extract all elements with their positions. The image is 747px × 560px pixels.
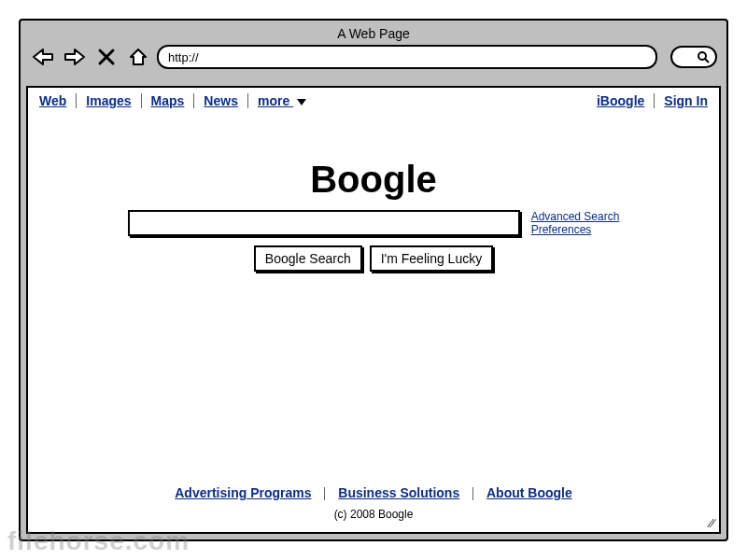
link-advertising[interactable]: Advertising Programs <box>175 485 311 500</box>
nav-maps[interactable]: Maps <box>149 93 187 108</box>
nav-signin[interactable]: Sign In <box>662 93 710 108</box>
browser-window: A Web Page http:// Web Images Maps <box>19 19 728 541</box>
search-pill[interactable] <box>670 46 717 68</box>
nav-sep <box>193 93 194 108</box>
url-input[interactable]: http:// <box>157 45 657 69</box>
browser-toolbar: http:// <box>21 45 726 77</box>
nav-left: Web Images Maps News more <box>37 93 308 108</box>
nav-sep <box>654 93 655 108</box>
copyright-text: (c) 2008 Boogle <box>28 508 719 521</box>
search-input[interactable] <box>128 210 520 236</box>
search-row: Advanced Search Preferences <box>28 210 719 236</box>
resize-grip-icon[interactable]: ⫽ <box>704 515 717 530</box>
nav-iboogle[interactable]: iBoogle <box>595 93 646 108</box>
home-icon[interactable] <box>125 46 151 68</box>
url-text: http:// <box>168 50 199 64</box>
link-about[interactable]: About Boogle <box>486 485 572 500</box>
forward-icon[interactable] <box>62 46 88 68</box>
magnifier-icon <box>697 50 710 63</box>
lucky-button[interactable]: I'm Feeling Lucky <box>370 245 494 272</box>
nav-sep <box>76 93 77 108</box>
footer-links: Advertising Programs Business Solutions … <box>28 485 719 500</box>
footer-sep <box>472 487 473 500</box>
chevron-down-icon <box>297 99 306 105</box>
nav-news[interactable]: News <box>202 93 240 108</box>
footer-sep <box>324 487 325 500</box>
window-title: A Web Page <box>21 21 726 45</box>
nav-sep <box>141 93 142 108</box>
top-nav: Web Images Maps News more iBoogle Sign I… <box>28 88 719 114</box>
stop-icon[interactable] <box>93 46 120 68</box>
button-row: Boogle Search I'm Feeling Lucky <box>28 245 719 272</box>
brand-logo: Boogle <box>28 159 719 201</box>
nav-web[interactable]: Web <box>37 93 68 108</box>
page-content: Web Images Maps News more iBoogle Sign I… <box>26 86 721 534</box>
nav-sep <box>247 93 248 108</box>
search-button[interactable]: Boogle Search <box>254 245 362 272</box>
main-area: Boogle Advanced Search Preferences Boogl… <box>28 114 719 272</box>
nav-right: iBoogle Sign In <box>595 93 710 108</box>
link-business[interactable]: Business Solutions <box>338 485 459 500</box>
side-links: Advanced Search Preferences <box>531 210 620 236</box>
svg-point-0 <box>698 52 706 60</box>
svg-line-1 <box>705 59 709 63</box>
link-preferences[interactable]: Preferences <box>531 223 620 236</box>
nav-more[interactable]: more <box>256 93 308 108</box>
footer: Advertising Programs Business Solutions … <box>28 485 719 521</box>
nav-images[interactable]: Images <box>84 93 133 108</box>
back-icon[interactable] <box>30 46 56 68</box>
link-advanced-search[interactable]: Advanced Search <box>531 210 620 223</box>
